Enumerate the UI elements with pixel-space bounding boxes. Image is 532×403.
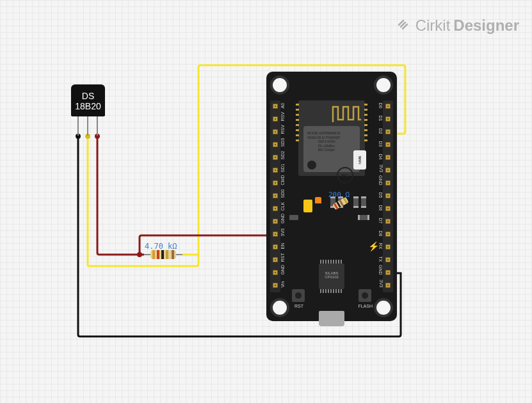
flash-button[interactable] xyxy=(359,289,371,302)
mount-hole xyxy=(270,298,289,317)
pin-label: 3V3 xyxy=(379,280,383,287)
resistor-4k7 xyxy=(144,250,182,259)
pin-label: Vin xyxy=(280,281,285,288)
sensor-lead-gnd xyxy=(77,116,79,136)
mount-hole xyxy=(270,75,289,95)
wifi-logo-icon: WiFi xyxy=(353,150,366,170)
sensor-lead-vdd xyxy=(97,116,98,136)
mount-hole xyxy=(374,75,393,95)
pin-d1 xyxy=(385,116,391,122)
pin-d6 xyxy=(385,206,391,211)
pin-rsv xyxy=(273,116,278,122)
pin-d8 xyxy=(385,232,391,237)
sensor-lead-dq xyxy=(87,116,88,136)
pin-gnd xyxy=(385,180,391,186)
pin-label: GND xyxy=(379,265,383,275)
pin-label: D8 xyxy=(379,231,383,237)
pin-d2 xyxy=(385,129,391,134)
pin-3v3 xyxy=(385,168,391,173)
pin-label: D2 xyxy=(379,129,383,134)
pin-a0 xyxy=(273,104,278,109)
pin-sd0 xyxy=(273,193,278,198)
pin-label: A0 xyxy=(280,103,285,109)
pin-label: D1 xyxy=(379,116,383,122)
pin-sd2 xyxy=(273,155,278,160)
pin-label: TX xyxy=(379,257,383,262)
svg-point-0 xyxy=(137,252,142,257)
pin-label: RX xyxy=(379,243,383,249)
pin-label: CLK xyxy=(280,202,285,211)
pin-label: D6 xyxy=(379,205,383,211)
pin-d4 xyxy=(385,155,391,160)
pin-label: RST xyxy=(280,253,285,262)
pin-d5 xyxy=(385,193,391,198)
pin-label: SD3 xyxy=(280,138,285,147)
resistor-ext-label: 4.70 kΩ xyxy=(145,242,177,251)
pcb-antenna-icon xyxy=(332,103,362,123)
pin-rst xyxy=(273,257,278,262)
usb-uart-chip: SILABS CP2102 xyxy=(319,264,344,289)
ce-mark-icon xyxy=(307,161,316,170)
sensor-label-line2: 18B20 xyxy=(71,101,105,111)
pin-3v3 xyxy=(273,232,278,237)
pin-sd1 xyxy=(273,168,278,173)
ds18b20-sensor: DS 18B20 xyxy=(71,84,105,116)
smd-component xyxy=(359,215,369,220)
pin-d0 xyxy=(385,104,391,109)
micro-usb-port xyxy=(319,311,344,326)
rf-shield: FC MODEL ESP8266MOD VENDOR AI-THINKER IS… xyxy=(303,126,360,172)
pin-label: D7 xyxy=(379,218,383,224)
pin-label: SD1 xyxy=(280,164,285,173)
pin-gnd xyxy=(273,270,278,275)
flash-button-label: FLASH xyxy=(358,304,373,308)
smd-component xyxy=(353,197,359,207)
pin-gnd xyxy=(385,270,391,275)
pin-label: GND xyxy=(280,214,285,224)
pin-label: 3V3 xyxy=(280,228,285,236)
fcc-logo-icon: FC xyxy=(337,167,353,184)
smd-component xyxy=(289,215,298,220)
pin-label: RSV xyxy=(280,125,285,134)
pin-label: D5 xyxy=(379,193,383,198)
pin-label: D3 xyxy=(379,141,383,147)
pin-clk xyxy=(273,206,278,211)
pin-gnd xyxy=(273,219,278,224)
pin-label: RSV xyxy=(280,112,285,121)
onboard-led xyxy=(303,200,312,212)
sensor-label-line1: DS xyxy=(71,91,105,101)
pin-label: GND xyxy=(280,265,285,275)
pin-tx xyxy=(385,257,391,262)
pin-d3 xyxy=(385,142,391,147)
pin-label: CMD xyxy=(280,175,285,186)
pin-vin xyxy=(273,283,278,288)
pin-label: D0 xyxy=(379,103,383,109)
smd-component xyxy=(361,197,366,207)
pin-d7 xyxy=(385,219,391,224)
pin-rsv xyxy=(273,129,278,134)
reset-button[interactable] xyxy=(292,289,305,302)
pin-label: EN xyxy=(280,243,285,249)
pin-label: SD2 xyxy=(280,151,285,160)
pin-rx xyxy=(385,244,391,249)
pin-label: SD0 xyxy=(280,189,285,198)
pin-label: D4 xyxy=(379,154,383,160)
mount-hole xyxy=(374,298,393,317)
pin-sd3 xyxy=(273,142,278,147)
capacitor xyxy=(315,197,321,203)
pin-label: 3V3 xyxy=(379,164,383,172)
power-icon: ⚡ xyxy=(368,241,379,251)
rst-button-label: RST xyxy=(294,304,303,308)
esp8266-module: FC MODEL ESP8266MOD VENDOR AI-THINKER IS… xyxy=(298,100,365,176)
pin-en xyxy=(273,244,278,249)
pin-cmd xyxy=(273,180,278,186)
pin-3v3 xyxy=(385,283,391,288)
pin-label: GND xyxy=(379,175,383,186)
